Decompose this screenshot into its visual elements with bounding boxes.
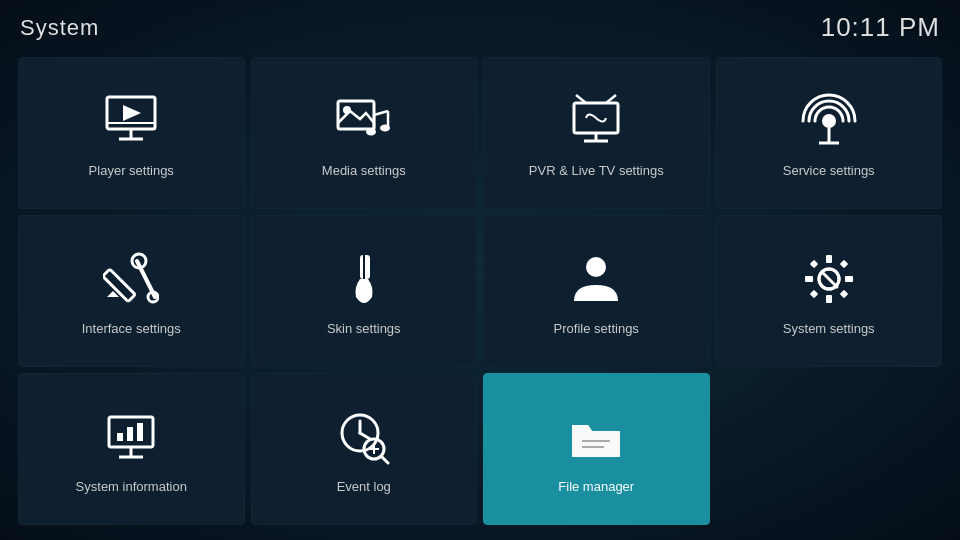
svg-rect-29 bbox=[826, 255, 832, 263]
svg-rect-51 bbox=[572, 431, 620, 457]
tile-file-manager[interactable]: File manager bbox=[483, 373, 710, 525]
tile-service-settings[interactable]: Service settings bbox=[716, 57, 943, 209]
player-settings-label: Player settings bbox=[89, 163, 174, 178]
system-information-label: System information bbox=[76, 479, 187, 494]
event-log-label: Event log bbox=[337, 479, 391, 494]
interface-settings-label: Interface settings bbox=[82, 321, 181, 336]
tile-profile-settings[interactable]: Profile settings bbox=[483, 215, 710, 367]
svg-line-7 bbox=[374, 111, 388, 115]
page-title: System bbox=[20, 15, 99, 41]
eventlog-icon bbox=[332, 405, 396, 469]
clock: 10:11 PM bbox=[821, 12, 940, 43]
svg-rect-34 bbox=[840, 259, 848, 267]
svg-point-17 bbox=[822, 114, 836, 128]
skin-icon bbox=[332, 247, 396, 311]
tile-skin-settings[interactable]: Skin settings bbox=[251, 215, 478, 367]
svg-rect-41 bbox=[117, 433, 123, 441]
service-icon bbox=[797, 89, 861, 153]
tile-player-settings[interactable]: Player settings bbox=[18, 57, 245, 209]
svg-point-11 bbox=[380, 124, 390, 131]
settings-grid: Player settings Media settings bbox=[0, 51, 960, 535]
tile-media-settings[interactable]: Media settings bbox=[251, 57, 478, 209]
media-settings-label: Media settings bbox=[322, 163, 406, 178]
service-settings-label: Service settings bbox=[783, 163, 875, 178]
svg-rect-30 bbox=[826, 295, 832, 303]
svg-marker-3 bbox=[123, 105, 141, 121]
svg-rect-36 bbox=[840, 289, 848, 297]
svg-line-46 bbox=[360, 433, 370, 439]
tile-system-information[interactable]: System information bbox=[18, 373, 245, 525]
header: System 10:11 PM bbox=[0, 0, 960, 51]
tile-system-settings[interactable]: System settings bbox=[716, 215, 943, 367]
interface-icon bbox=[99, 247, 163, 311]
svg-rect-31 bbox=[805, 276, 813, 282]
player-icon bbox=[99, 89, 163, 153]
svg-point-27 bbox=[586, 257, 606, 277]
sysinfo-icon bbox=[99, 405, 163, 469]
svg-rect-42 bbox=[127, 427, 133, 441]
svg-line-37 bbox=[823, 273, 837, 287]
system-page: System 10:11 PM Player settings bbox=[0, 0, 960, 540]
media-icon bbox=[332, 89, 396, 153]
system-settings-icon bbox=[797, 247, 861, 311]
tile-event-log[interactable]: Event log bbox=[251, 373, 478, 525]
svg-rect-43 bbox=[137, 423, 143, 441]
tile-pvr-settings[interactable]: PVR & Live TV settings bbox=[483, 57, 710, 209]
svg-rect-33 bbox=[810, 259, 818, 267]
pvr-settings-label: PVR & Live TV settings bbox=[529, 163, 664, 178]
skin-settings-label: Skin settings bbox=[327, 321, 401, 336]
tile-interface-settings[interactable]: Interface settings bbox=[18, 215, 245, 367]
system-settings-label: System settings bbox=[783, 321, 875, 336]
svg-rect-32 bbox=[845, 276, 853, 282]
svg-point-10 bbox=[366, 128, 376, 135]
profile-settings-label: Profile settings bbox=[554, 321, 639, 336]
file-manager-label: File manager bbox=[558, 479, 634, 494]
pvr-icon bbox=[564, 89, 628, 153]
svg-rect-35 bbox=[810, 289, 818, 297]
filemanager-icon bbox=[564, 405, 628, 469]
svg-line-48 bbox=[381, 456, 388, 463]
profile-icon bbox=[564, 247, 628, 311]
